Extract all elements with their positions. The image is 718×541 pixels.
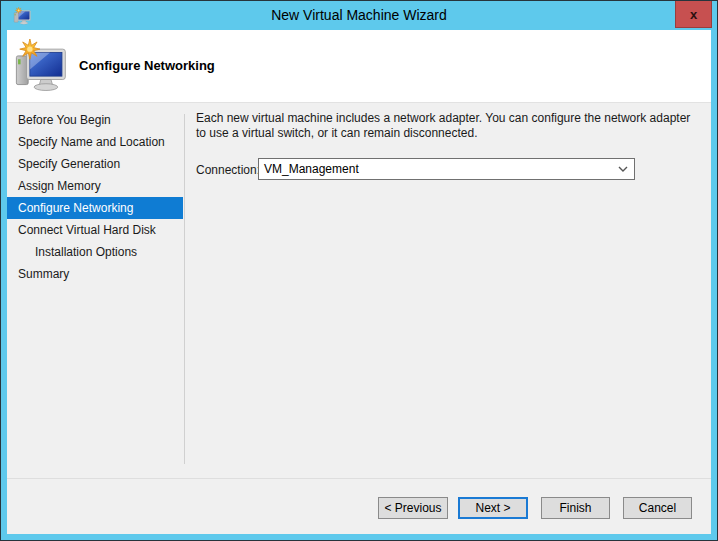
close-button[interactable]: x	[675, 1, 712, 28]
sidebar-item-configure-networking[interactable]: Configure Networking	[7, 197, 183, 219]
finish-button[interactable]: Finish	[541, 497, 610, 519]
next-button[interactable]: Next >	[458, 497, 528, 519]
connection-label: Connection:	[196, 163, 260, 177]
chevron-down-icon[interactable]	[612, 166, 634, 172]
connection-dropdown[interactable]: VM_Management	[258, 158, 635, 180]
sidebar-item-installation-options[interactable]: Installation Options	[7, 241, 183, 263]
sidebar-item-specify-name-and-location[interactable]: Specify Name and Location	[7, 131, 183, 153]
titlebar[interactable]: New Virtual Machine Wizard x	[1, 1, 717, 30]
new-virtual-machine-wizard-window: New Virtual Machine Wizard x	[0, 0, 718, 541]
wizard-app-icon	[13, 7, 31, 25]
connection-dropdown-value: VM_Management	[259, 162, 612, 176]
sidebar-item-assign-memory[interactable]: Assign Memory	[7, 175, 183, 197]
sidebar-content-divider	[184, 114, 185, 464]
sidebar-item-before-you-begin[interactable]: Before You Begin	[7, 109, 183, 131]
wizard-steps-sidebar: Before You Begin Specify Name and Locati…	[7, 109, 183, 285]
wizard-header: Configure Networking	[7, 30, 711, 103]
cancel-button[interactable]: Cancel	[623, 497, 692, 519]
window-title: New Virtual Machine Wizard	[61, 1, 657, 30]
sidebar-item-summary[interactable]: Summary	[7, 263, 183, 285]
footer-divider	[7, 478, 711, 479]
sidebar-item-connect-virtual-hard-disk[interactable]: Connect Virtual Hard Disk	[7, 219, 183, 241]
previous-button[interactable]: < Previous	[378, 497, 448, 519]
new-vm-wizard-icon	[13, 36, 67, 96]
page-description: Each new virtual machine includes a netw…	[196, 111, 702, 141]
dialog-client-area: Configure Networking Before You Begin Sp…	[7, 30, 711, 534]
sidebar-item-specify-generation[interactable]: Specify Generation	[7, 153, 183, 175]
page-title: Configure Networking	[79, 58, 215, 73]
